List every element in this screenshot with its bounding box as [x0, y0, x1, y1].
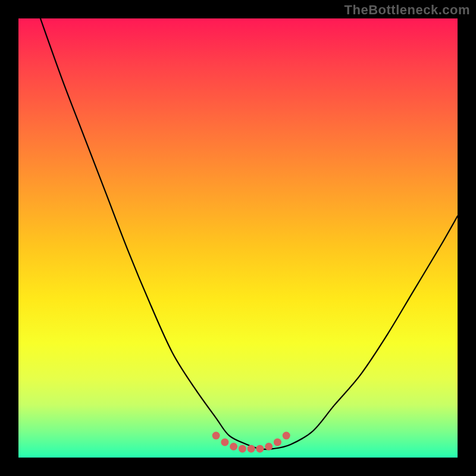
dot	[283, 432, 290, 440]
curve-line	[40, 18, 458, 449]
dot	[230, 443, 237, 450]
bottom-dot-cluster	[212, 432, 290, 453]
dot	[256, 445, 264, 453]
chart-svg	[18, 18, 458, 458]
dot	[265, 443, 273, 450]
watermark-text: TheBottleneck.com	[345, 2, 470, 18]
dot	[274, 439, 281, 446]
dot	[248, 445, 255, 453]
dot	[212, 432, 220, 440]
dot	[239, 445, 246, 453]
dot	[221, 439, 228, 446]
chart-frame: TheBottleneck.com	[0, 0, 476, 476]
